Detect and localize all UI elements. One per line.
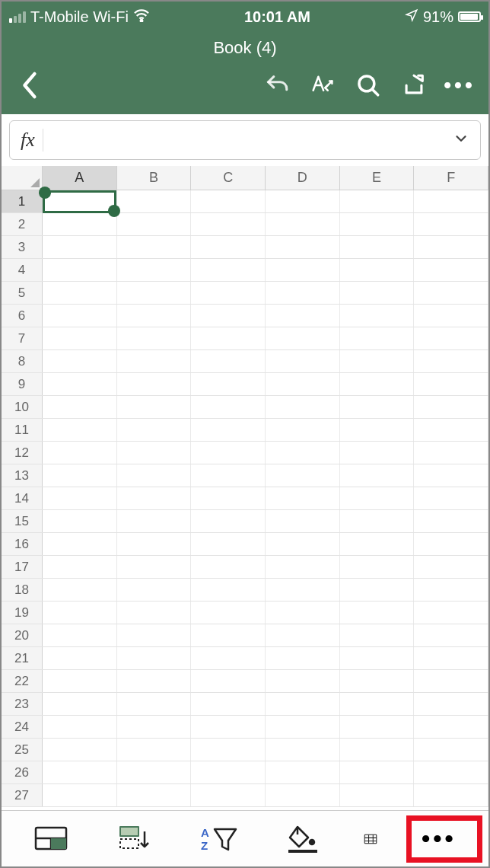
cell-D7[interactable] <box>266 327 340 349</box>
cell-E7[interactable] <box>340 327 415 349</box>
cell-B26[interactable] <box>117 761 192 783</box>
cell-A21[interactable] <box>43 647 117 669</box>
cell-C17[interactable] <box>191 556 266 578</box>
cell-E10[interactable] <box>340 396 415 418</box>
cell-B6[interactable] <box>117 305 192 327</box>
cell-E26[interactable] <box>340 761 415 783</box>
cell-F25[interactable] <box>414 739 488 761</box>
cell-D2[interactable] <box>266 213 340 235</box>
text-style-button[interactable] <box>304 67 341 104</box>
cell-D26[interactable] <box>266 761 340 783</box>
cell-C2[interactable] <box>191 213 266 235</box>
cell-C19[interactable] <box>191 602 266 624</box>
cell-A13[interactable] <box>43 464 117 487</box>
cell-E11[interactable] <box>340 419 415 441</box>
cell-A4[interactable] <box>43 259 117 281</box>
cell-A1[interactable] <box>43 190 117 212</box>
cell-D4[interactable] <box>266 259 340 281</box>
cell-C9[interactable] <box>191 373 266 395</box>
cell-B23[interactable] <box>117 693 192 715</box>
cell-D11[interactable] <box>266 419 340 441</box>
cell-C8[interactable] <box>191 350 266 372</box>
cell-A17[interactable] <box>43 556 117 578</box>
cell-C10[interactable] <box>191 396 266 418</box>
row-header-11[interactable]: 11 <box>2 419 43 441</box>
cell-E19[interactable] <box>340 602 415 624</box>
row-header-9[interactable]: 9 <box>2 373 43 395</box>
row-header-27[interactable]: 27 <box>2 784 43 806</box>
cell-A20[interactable] <box>43 624 117 646</box>
row-header-2[interactable]: 2 <box>2 213 43 235</box>
cell-D18[interactable] <box>266 579 340 601</box>
cell-A23[interactable] <box>43 693 117 715</box>
cell-A19[interactable] <box>43 602 117 624</box>
cell-C22[interactable] <box>191 670 266 692</box>
cell-D8[interactable] <box>266 350 340 372</box>
cell-A3[interactable] <box>43 236 117 258</box>
cell-A2[interactable] <box>43 213 117 235</box>
cell-E3[interactable] <box>340 236 415 258</box>
cell-D19[interactable] <box>266 602 340 624</box>
cell-F13[interactable] <box>414 464 488 487</box>
row-header-3[interactable]: 3 <box>2 236 43 258</box>
cell-E23[interactable] <box>340 693 415 715</box>
cell-A14[interactable] <box>43 487 117 509</box>
row-header-12[interactable]: 12 <box>2 442 43 464</box>
cell-A8[interactable] <box>43 350 117 372</box>
card-view-button[interactable] <box>28 820 74 858</box>
share-button[interactable] <box>396 67 432 104</box>
cell-E27[interactable] <box>340 784 415 806</box>
cell-D24[interactable] <box>266 716 340 738</box>
cell-A12[interactable] <box>43 442 117 464</box>
cell-E5[interactable] <box>340 282 415 304</box>
cell-B1[interactable] <box>117 190 192 212</box>
cell-E2[interactable] <box>340 213 415 235</box>
cell-C1[interactable] <box>191 190 266 212</box>
cell-E17[interactable] <box>340 556 415 578</box>
row-header-24[interactable]: 24 <box>2 716 43 738</box>
cell-A25[interactable] <box>43 739 117 761</box>
more-button[interactable]: ••• <box>441 67 478 104</box>
cell-E24[interactable] <box>340 716 415 738</box>
cell-C25[interactable] <box>191 739 266 761</box>
formula-bar[interactable]: fx <box>9 120 481 160</box>
cell-D12[interactable] <box>266 442 340 464</box>
row-header-19[interactable]: 19 <box>2 602 43 624</box>
cell-C11[interactable] <box>191 419 266 441</box>
column-header-B[interactable]: B <box>117 166 192 190</box>
cell-F17[interactable] <box>414 556 488 578</box>
cell-F10[interactable] <box>414 396 488 418</box>
cell-D23[interactable] <box>266 693 340 715</box>
cell-D20[interactable] <box>266 624 340 646</box>
column-header-C[interactable]: C <box>191 166 266 190</box>
cell-E16[interactable] <box>340 533 415 555</box>
cell-A18[interactable] <box>43 579 117 601</box>
cell-A24[interactable] <box>43 716 117 738</box>
cell-B5[interactable] <box>117 282 192 304</box>
cell-E25[interactable] <box>340 739 415 761</box>
cell-C6[interactable] <box>191 305 266 327</box>
cell-F27[interactable] <box>414 784 488 806</box>
cell-B21[interactable] <box>117 647 192 669</box>
cell-B25[interactable] <box>117 739 192 761</box>
cell-B4[interactable] <box>117 259 192 281</box>
back-button[interactable] <box>12 67 49 104</box>
cell-E8[interactable] <box>340 350 415 372</box>
cell-D17[interactable] <box>266 556 340 578</box>
fill-color-button[interactable] <box>280 820 326 858</box>
cell-C20[interactable] <box>191 624 266 646</box>
row-header-14[interactable]: 14 <box>2 487 43 509</box>
cell-E21[interactable] <box>340 647 415 669</box>
cell-B27[interactable] <box>117 784 192 806</box>
cell-C18[interactable] <box>191 579 266 601</box>
cell-C26[interactable] <box>191 761 266 783</box>
cell-C13[interactable] <box>191 464 266 487</box>
cell-F5[interactable] <box>414 282 488 304</box>
cell-D16[interactable] <box>266 533 340 555</box>
row-header-20[interactable]: 20 <box>2 624 43 646</box>
row-header-23[interactable]: 23 <box>2 693 43 715</box>
cell-D22[interactable] <box>266 670 340 692</box>
cell-F24[interactable] <box>414 716 488 738</box>
cell-D5[interactable] <box>266 282 340 304</box>
row-header-10[interactable]: 10 <box>2 396 43 418</box>
